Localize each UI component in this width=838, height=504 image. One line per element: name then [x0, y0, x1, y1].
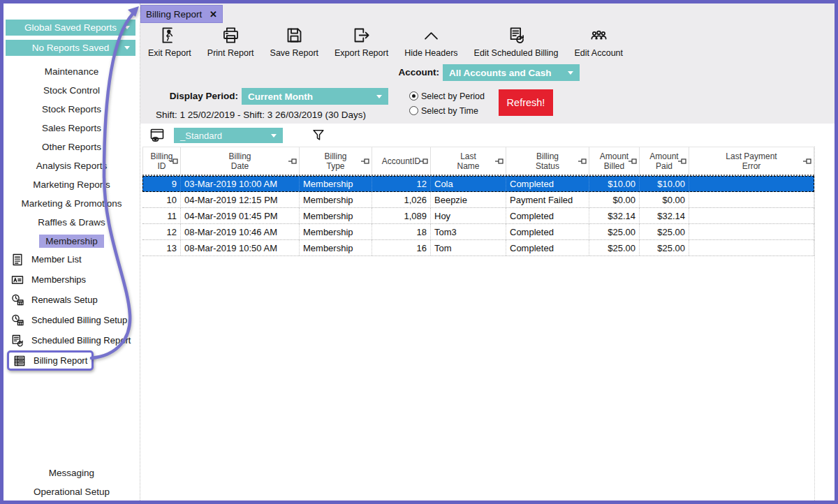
- sidebar-item-billing-report[interactable]: Billing Report: [7, 350, 94, 371]
- column-header-accountid[interactable]: AccountID: [372, 147, 431, 175]
- column-header-label: Amount: [600, 151, 628, 161]
- column-header-amount-paid[interactable]: AmountPaid: [640, 147, 689, 175]
- layout-select-value: _Standard: [180, 131, 222, 141]
- cell-last-name: Hoy: [431, 208, 506, 223]
- radio-select-by-time[interactable]: Select by Time: [409, 103, 485, 118]
- category-label: Maintenance: [38, 65, 105, 78]
- billing-grid: BillingIDBillingDateBillingTypeAccountID…: [142, 147, 814, 256]
- filter-button[interactable]: [311, 128, 326, 143]
- column-header-last-name[interactable]: LastName: [431, 147, 506, 175]
- print-report-button[interactable]: Print Report: [204, 24, 258, 59]
- radio-select-by-period[interactable]: Select by Period: [409, 89, 485, 103]
- sidebar-category-membership[interactable]: Membership: [3, 232, 140, 251]
- column-header-label: Type: [326, 161, 344, 171]
- memberships-card-icon: [10, 273, 24, 287]
- cell-accountid: 18: [372, 224, 431, 239]
- app-window: Global Saved Reports No Reports Saved Ma…: [0, 0, 838, 504]
- hide-headers-button[interactable]: Hide Headers: [401, 24, 461, 59]
- cell-last-name: Tom: [431, 240, 506, 255]
- edit-account-button[interactable]: Edit Account: [571, 24, 627, 59]
- column-header-billing-type[interactable]: BillingType: [300, 147, 372, 175]
- sidebar-item-operational-setup[interactable]: Operational Setup: [3, 487, 140, 497]
- global-saved-reports-dropdown[interactable]: Global Saved Reports: [6, 20, 135, 36]
- table-row[interactable]: 903-Mar-2019 10:00 AMMembership12ColaCom…: [142, 176, 814, 192]
- sidebar-category-marketing-reports[interactable]: Marketing Reports: [3, 175, 140, 194]
- sidebar-category-marketing-promotions[interactable]: Marketing & Promotions: [3, 194, 140, 213]
- tab-billing-report[interactable]: Billing Report ✕: [140, 5, 223, 23]
- sidebar-item-renewals-setup[interactable]: Renewals Setup: [3, 290, 140, 310]
- chevron-down-icon: [568, 71, 573, 75]
- sidebar-category-other-reports[interactable]: Other Reports: [3, 138, 140, 156]
- layout-select[interactable]: _Standard: [174, 128, 283, 143]
- category-label: Marketing & Promotions: [15, 197, 128, 210]
- cell-last-name: Beepzie: [431, 192, 506, 207]
- no-reports-saved-label: No Reports Saved: [32, 43, 109, 53]
- category-label: Stock Control: [37, 84, 106, 97]
- account-label: Account:: [350, 67, 439, 77]
- printer-icon: [221, 26, 240, 45]
- cell-accountid: 16: [372, 240, 431, 255]
- table-row[interactable]: 1308-Mar-2019 10:50 AMMembership16TomCom…: [142, 240, 814, 256]
- sidebar-category-stock-reports[interactable]: Stock Reports: [3, 100, 140, 119]
- column-header-billing-date[interactable]: BillingDate: [181, 147, 300, 175]
- sidebar-item-scheduled-billing-setup[interactable]: Scheduled Billing Setup: [3, 310, 140, 330]
- pin-column-icon[interactable]: [361, 158, 369, 165]
- sidebar-item-scheduled-billing-report[interactable]: Scheduled Billing Report: [3, 330, 140, 350]
- column-header-last-payment-error[interactable]: Last PaymentError: [689, 147, 814, 175]
- column-chooser-icon[interactable]: [149, 127, 166, 144]
- column-header-amount-billed[interactable]: AmountBilled: [589, 147, 640, 175]
- cell-amount-paid: $10.00: [640, 176, 689, 191]
- export-report-button[interactable]: Export Report: [331, 24, 392, 59]
- column-header-billing-id[interactable]: BillingID: [142, 147, 181, 175]
- pin-column-icon[interactable]: [420, 158, 428, 165]
- pin-column-icon[interactable]: [170, 158, 178, 165]
- cell-billing-status: Completed: [506, 208, 589, 223]
- exit-report-button[interactable]: Exit Report: [145, 24, 195, 59]
- sidebar-category-sales-reports[interactable]: Sales Reports: [3, 119, 140, 138]
- cell-amount-billed: $25.00: [589, 240, 640, 255]
- tab-close-icon[interactable]: ✕: [210, 9, 217, 20]
- sidebar-category-analysis-reports[interactable]: Analysis Reports: [3, 156, 140, 175]
- column-header-label: Date: [231, 161, 249, 171]
- column-header-label: Amount: [649, 151, 678, 161]
- cell-billing-status: Payment Failed: [506, 192, 589, 207]
- pin-column-icon[interactable]: [495, 158, 503, 165]
- cell-billing-id: 12: [142, 224, 181, 239]
- account-select[interactable]: All Accounts and Cash: [443, 64, 580, 81]
- pin-column-icon[interactable]: [578, 158, 587, 165]
- cell-accountid: 12: [372, 176, 431, 191]
- pin-column-icon[interactable]: [678, 158, 686, 165]
- pin-column-icon[interactable]: [288, 158, 297, 165]
- cell-billing-date: 04-Mar-2019 12:15 PM: [181, 192, 300, 207]
- table-row[interactable]: 1104-Mar-2019 01:45 PMMembership1,089Hoy…: [142, 208, 814, 224]
- cell-billing-type: Membership: [300, 176, 372, 191]
- sidebar-item-member-list[interactable]: Member List: [3, 249, 140, 269]
- edit-scheduled-billing-button[interactable]: Edit Scheduled Billing: [471, 24, 562, 59]
- table-row[interactable]: 1208-Mar-2019 10:46 AMMembership18Tom3Co…: [142, 224, 814, 240]
- column-header-billing-status[interactable]: BillingStatus: [506, 147, 589, 175]
- shift-range-text: Shift: 1 25/02/2019 - Shift: 3 26/03/201…: [156, 110, 366, 120]
- sidebar-item-messaging[interactable]: Messaging: [3, 468, 140, 478]
- cell-last-payment-error: [689, 208, 814, 223]
- sidebar-category-raffles-draws[interactable]: Raffles & Draws: [3, 213, 140, 232]
- cell-billing-id: 9: [142, 176, 181, 191]
- billing-report-grid-icon: [13, 354, 27, 368]
- refresh-button[interactable]: Refresh!: [499, 89, 553, 116]
- sidebar-category-stock-control[interactable]: Stock Control: [3, 81, 140, 100]
- clock-calendar-icon: [10, 313, 24, 327]
- save-report-button[interactable]: Save Report: [267, 24, 322, 59]
- sidebar-tool-list: Member List Memberships Renewals Setup S…: [3, 249, 140, 371]
- sidebar-item-memberships[interactable]: Memberships: [3, 269, 140, 290]
- exit-door-icon: [160, 26, 179, 45]
- pin-column-icon[interactable]: [803, 158, 811, 165]
- display-period-select[interactable]: Current Month: [242, 88, 388, 105]
- toolbar-button-label: Print Report: [207, 48, 254, 58]
- column-header-label: Error: [742, 161, 761, 171]
- table-row[interactable]: 1004-Mar-2019 12:15 PMMembership1,026Bee…: [142, 192, 814, 208]
- pin-column-icon[interactable]: [628, 158, 637, 165]
- sidebar-item-label: Memberships: [31, 274, 86, 285]
- sidebar-category-maintenance[interactable]: Maintenance: [3, 62, 140, 81]
- sidebar-item-label: Renewals Setup: [31, 295, 98, 305]
- category-label: Marketing Reports: [27, 178, 116, 191]
- no-reports-saved-dropdown[interactable]: No Reports Saved: [6, 40, 135, 56]
